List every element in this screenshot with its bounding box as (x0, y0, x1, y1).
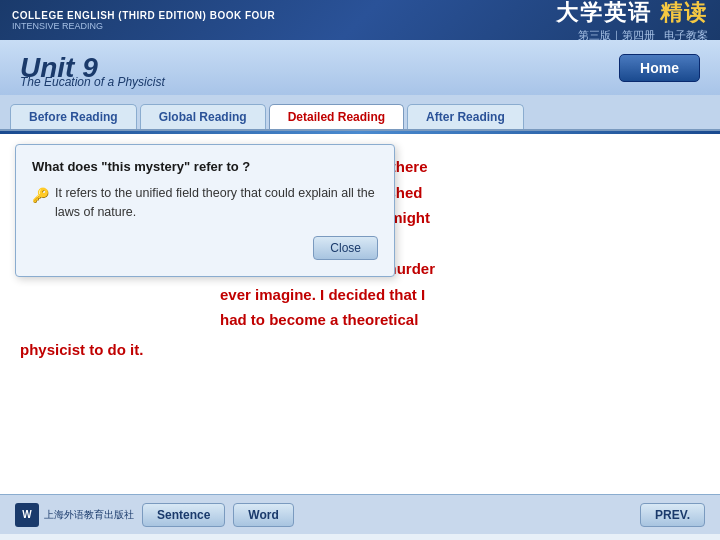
text-line-5: ever imagine. I decided that I (220, 282, 700, 308)
tab-after-reading[interactable]: After Reading (407, 104, 524, 129)
course-subtitle: INTENSIVE READING (12, 21, 275, 31)
popup-answer-text: It refers to the unified field theory th… (55, 184, 378, 222)
course-title: COLLEGE ENGLISH (THIRD EDITION) BOOK FOU… (12, 10, 275, 21)
home-button[interactable]: Home (619, 54, 700, 82)
footer-left: W 上海外语教育出版社 Sentence Word (15, 503, 294, 527)
unit-banner: Unit 9 The Eucation of a Physicist Home (0, 40, 720, 95)
word-button[interactable]: Word (233, 503, 293, 527)
tab-global-reading[interactable]: Global Reading (140, 104, 266, 129)
footer-logo: W 上海外语教育出版社 (15, 503, 134, 527)
footer: W 上海外语教育出版社 Sentence Word PREV. (0, 494, 720, 534)
publisher-icon: W (15, 503, 39, 527)
text-line-6: had to become a theoretical (220, 307, 700, 333)
tab-before-reading[interactable]: Before Reading (10, 104, 137, 129)
header: COLLEGE ENGLISH (THIRD EDITION) BOOK FOU… (0, 0, 720, 40)
popup-answer-row: 🔑 It refers to the unified field theory … (32, 184, 378, 222)
prev-button[interactable]: PREV. (640, 503, 705, 527)
unit-title-block: Unit 9 The Eucation of a Physicist (20, 52, 98, 84)
answer-icon: 🔑 (32, 185, 49, 206)
nav-tabs: Before Reading Global Reading Detailed R… (0, 95, 720, 131)
text-last-line: physicist to do it. (20, 337, 700, 363)
header-left: COLLEGE ENGLISH (THIRD EDITION) BOOK FOU… (12, 10, 275, 31)
publisher-name: 上海外语教育出版社 (44, 508, 134, 522)
tab-detailed-reading[interactable]: Detailed Reading (269, 104, 404, 129)
close-button[interactable]: Close (313, 236, 378, 260)
logo-text: 大学英语 精读 (556, 0, 708, 28)
unit-subtitle: The Eucation of a Physicist (20, 75, 165, 89)
header-logo-block: 大学英语 精读 第三版｜第四册 电子教案 (556, 0, 708, 43)
popup-question: What does "this mystery" refer to ? (32, 159, 378, 174)
popup-close-row: Close (32, 236, 378, 260)
main-content: What does "this mystery" refer to ? 🔑 It… (0, 134, 720, 494)
popup-dialog: What does "this mystery" refer to ? 🔑 It… (15, 144, 395, 277)
sentence-button[interactable]: Sentence (142, 503, 225, 527)
